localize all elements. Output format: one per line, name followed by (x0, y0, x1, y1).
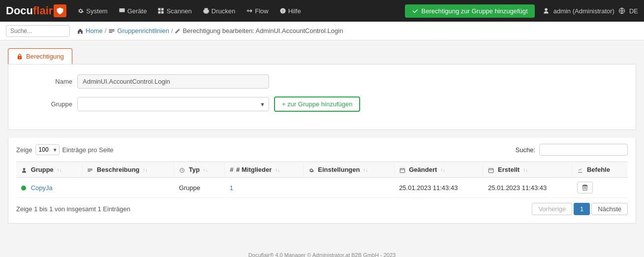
pagination-info: Zeige 1 bis 1 von insgesamt 1 Einträgen (16, 205, 130, 213)
col-einstellungen[interactable]: Einstellungen ↑↓ (303, 162, 394, 178)
nav-label-system: System (86, 7, 107, 15)
table-row: CopyJa Gruppe 1 25.01.2023 1 (16, 178, 628, 198)
col-erstellt[interactable]: Erstellt ↑↓ (483, 162, 572, 178)
col-geaendert-label: Geändert (409, 166, 437, 173)
table-search-right: Suche: (516, 144, 628, 156)
table-controls-row: Zeige 100 25 50 ▼ Einträge pro Seite Suc… (16, 144, 628, 156)
tab-berechtigung[interactable]: Berechtigung (8, 48, 72, 64)
cell-gruppe: CopyJa (16, 178, 82, 198)
cell-mitglieder: 1 (225, 178, 303, 198)
toast-text: Berechtigung zur Gruppe hinzugefügt (422, 7, 528, 15)
entries-select-wrapper: 100 25 50 ▼ (35, 144, 60, 155)
logo-flair: flair (33, 4, 53, 17)
cell-geaendert: 25.01.2023 11:43:43 (394, 178, 483, 198)
top-navbar: Docu flair System Geräte Scannen Drucken… (0, 0, 644, 22)
settings-col-icon (308, 167, 314, 173)
cell-beschreibung (82, 178, 174, 198)
table-search-input[interactable] (539, 144, 628, 156)
col-beschreibung-label: Beschreibung (97, 166, 140, 173)
cell-erstellt: 25.01.2023 11:43:43 (483, 178, 572, 198)
col-gruppe-label: Gruppe (31, 166, 54, 173)
breadcrumb-home[interactable]: Home (86, 27, 103, 34)
col-typ[interactable]: Typ ↑↓ (174, 162, 225, 178)
add-group-button[interactable]: + zur Gruppe hinzufügen (274, 96, 360, 112)
table-section: Zeige 100 25 50 ▼ Einträge pro Seite Suc… (8, 138, 636, 224)
cell-typ: Gruppe (174, 178, 225, 198)
sort-typ-icon: ↑↓ (203, 167, 208, 173)
sort-einstellungen-icon: ↑↓ (363, 167, 368, 173)
search-label: Suche: (516, 146, 535, 154)
logo-shield-icon (56, 7, 64, 15)
globe-icon (618, 7, 625, 14)
col-gruppe[interactable]: Gruppe ↑↓ (16, 162, 82, 178)
nav-item-scannen[interactable]: Scannen (153, 4, 196, 18)
delete-button[interactable] (577, 182, 593, 193)
svg-rect-0 (119, 8, 124, 12)
sort-mitglieder-icon: ↑↓ (275, 167, 280, 173)
gruppe-link[interactable]: CopyJa (31, 184, 53, 192)
breadcrumb-current: Berechtigung bearbeiten: AdminUI.Account… (183, 27, 343, 34)
logo[interactable]: Docu flair (6, 4, 66, 17)
col-beschreibung[interactable]: Beschreibung ↑↓ (82, 162, 174, 178)
svg-rect-4 (161, 11, 164, 14)
mitglieder-link[interactable]: 1 (230, 184, 233, 192)
page-1-button[interactable]: 1 (574, 203, 590, 215)
name-input[interactable] (77, 74, 269, 89)
trash-icon (582, 184, 588, 191)
cell-einstellungen (303, 178, 394, 198)
nav-item-drucken[interactable]: Drucken (198, 4, 240, 18)
svg-rect-9 (583, 186, 587, 186)
lang-label: DE (629, 7, 638, 15)
nav-label-drucken: Drucken (212, 7, 235, 15)
col-mitglieder[interactable]: # # Mitglieder ↑↓ (225, 162, 303, 178)
form-row-gruppe: Gruppe ▼ + zur Gruppe hinzufügen (33, 96, 611, 112)
grid-icon (157, 7, 164, 14)
data-table: Gruppe ↑↓ Beschreibung ↑↓ Typ ↑↓ # (16, 161, 628, 198)
tab-bar: Berechtigung (8, 48, 636, 64)
toast-notification-btn[interactable]: Berechtigung zur Gruppe hinzugefügt (405, 4, 535, 18)
commands-icon (577, 167, 583, 173)
svg-rect-1 (158, 8, 161, 10)
logo-docu: Docu (6, 4, 33, 17)
footer-text: Docuflair® 4.0 Manager © Administrator.a… (248, 252, 396, 257)
form-row-name: Name (33, 74, 611, 89)
gruppe-label: Gruppe (33, 100, 72, 108)
col-mitglieder-label: # Mitglieder (236, 166, 272, 173)
breadcrumb: Home / Gruppenrichtlinien / Berechtigung… (77, 27, 343, 34)
svg-rect-8 (489, 168, 494, 172)
nav-label-flow: Flow (255, 7, 268, 15)
logo-icon (54, 4, 66, 17)
col-geaendert[interactable]: Geändert ↑↓ (394, 162, 483, 178)
question-icon (279, 7, 286, 14)
calendar-created-icon (488, 167, 494, 173)
nav-label-geraete: Geräte (127, 7, 147, 15)
lock-icon (16, 53, 23, 60)
sort-beschreibung-icon: ↑↓ (143, 167, 148, 173)
col-typ-label: Typ (189, 166, 200, 173)
pagination-buttons: Vorherige 1 Nächste (532, 203, 628, 215)
next-page-button[interactable]: Nächste (591, 203, 628, 215)
geaendert-value: 25.01.2023 11:43:43 (399, 184, 458, 192)
form-section: Name Gruppe ▼ + zur Gruppe hinzufügen (8, 64, 636, 130)
nav-item-geraete[interactable]: Geräte (114, 4, 152, 18)
tab-berechtigung-label: Berechtigung (26, 53, 64, 60)
entries-per-page-select[interactable]: 100 25 50 (35, 144, 60, 155)
gruppe-select[interactable] (77, 97, 269, 111)
nav-item-hilfe[interactable]: Hilfe (275, 4, 306, 18)
search-input[interactable] (6, 25, 70, 37)
breadcrumb-bar: Home / Gruppenrichtlinien / Berechtigung… (0, 22, 644, 40)
checkmark-icon (412, 7, 419, 14)
sort-erstellt-icon: ↑↓ (523, 167, 528, 173)
pagination-row: Zeige 1 bis 1 von insgesamt 1 Einträgen … (16, 198, 628, 217)
desc-col-icon (87, 167, 93, 173)
nav-item-system[interactable]: System (72, 4, 112, 18)
breadcrumb-group-policies[interactable]: Gruppenrichtlinien (117, 27, 169, 34)
typ-value: Gruppe (179, 184, 200, 192)
nav-item-flow[interactable]: Flow (241, 4, 273, 18)
erstellt-value: 25.01.2023 11:43:43 (488, 184, 547, 192)
edit-icon (175, 28, 181, 34)
user-icon (543, 7, 550, 14)
cell-befehle (572, 178, 628, 198)
col-befehle-label: Befehle (587, 166, 610, 173)
prev-page-button[interactable]: Vorherige (532, 203, 572, 215)
